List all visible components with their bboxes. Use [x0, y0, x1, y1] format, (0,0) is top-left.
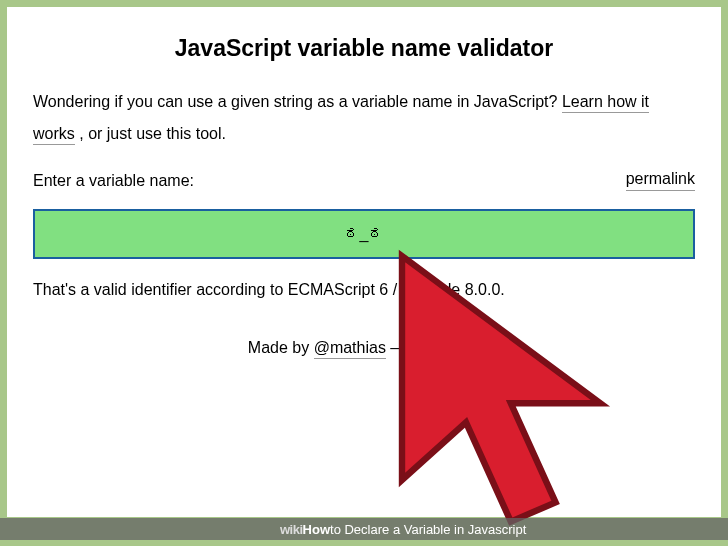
- intro-suffix: , or just use this tool.: [79, 125, 226, 142]
- watermark-title: to Declare a Variable in Javascript: [330, 522, 526, 537]
- author-link[interactable]: @mathias: [314, 339, 386, 359]
- watermark-bar: wikiHow to Declare a Variable in Javascr…: [0, 518, 728, 540]
- intro-prefix: Wondering if you can use a given string …: [33, 93, 562, 110]
- fork-link[interactable]: fork this o: [411, 339, 480, 359]
- footer: Made by @mathias — fork this o: [33, 339, 695, 357]
- page-title: JavaScript variable name validator: [33, 35, 695, 62]
- variable-name-input[interactable]: [33, 209, 695, 259]
- input-label-row: Enter a variable name: permalink: [33, 170, 695, 191]
- input-label: Enter a variable name:: [33, 172, 194, 190]
- made-by-label: Made by: [248, 339, 314, 356]
- intro-text: Wondering if you can use a given string …: [33, 86, 695, 150]
- content-box: JavaScript variable name validator Wonde…: [7, 7, 721, 517]
- permalink-link[interactable]: permalink: [626, 170, 695, 191]
- footer-separator: —: [390, 339, 410, 356]
- watermark-brand-how: How: [303, 522, 330, 537]
- watermark-brand-wiki: wiki: [280, 522, 303, 537]
- validation-result: That's a valid identifier according to E…: [33, 281, 695, 299]
